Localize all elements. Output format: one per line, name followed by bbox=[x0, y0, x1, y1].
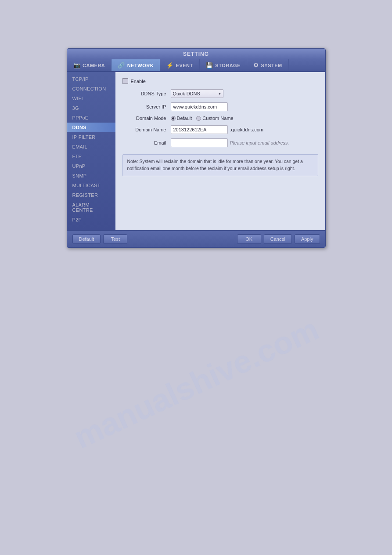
ddns-type-select-wrapper: Quick DDNS bbox=[171, 89, 223, 98]
ddns-type-row: DDNS Type Quick DDNS bbox=[122, 89, 318, 98]
sidebar-item-alarm-centre[interactable]: ALARM CENTRE bbox=[67, 200, 115, 215]
enable-checkbox[interactable] bbox=[122, 78, 128, 84]
radio-default-circle[interactable] bbox=[171, 116, 176, 121]
sidebar-item-wifi[interactable]: WIFI bbox=[67, 94, 115, 103]
sidebar-item-email[interactable]: EMAIL bbox=[67, 142, 115, 152]
cancel-button[interactable]: Cancel bbox=[264, 234, 292, 244]
note-box: Note: System will reclaim the domain tha… bbox=[122, 154, 318, 176]
network-tab-icon: 🔗 bbox=[118, 62, 125, 69]
tab-system-label: SYSTEM bbox=[261, 63, 282, 68]
tab-network-label: NETWORK bbox=[127, 63, 154, 68]
radio-default-label: Default bbox=[177, 116, 192, 121]
apply-button[interactable]: Apply bbox=[295, 234, 320, 244]
domain-name-input[interactable] bbox=[171, 125, 228, 134]
content-area: Enable DDNS Type Quick DDNS Server IP Do… bbox=[115, 72, 325, 230]
sidebar-item-pppoe[interactable]: PPPoE bbox=[67, 113, 115, 123]
email-placeholder: Please input email address. bbox=[230, 140, 289, 145]
camera-tab-icon: 📷 bbox=[73, 62, 81, 69]
radio-custom[interactable]: Custom Name bbox=[196, 116, 233, 121]
setting-window: SETTING 📷 CAMERA 🔗 NETWORK ⚡ EVENT 💾 STO… bbox=[67, 48, 326, 248]
tab-storage[interactable]: 💾 STORAGE bbox=[200, 59, 247, 71]
sidebar-item-multicast[interactable]: MULTICAST bbox=[67, 181, 115, 190]
test-button[interactable]: Test bbox=[103, 234, 127, 244]
tab-event[interactable]: ⚡ EVENT bbox=[160, 59, 200, 71]
tab-camera[interactable]: 📷 CAMERA bbox=[67, 59, 112, 71]
sidebar: TCP/IP CONNECTION WIFI 3G PPPoE DDNS IP … bbox=[67, 72, 115, 230]
radio-custom-label: Custom Name bbox=[202, 116, 233, 121]
storage-tab-icon: 💾 bbox=[206, 62, 213, 69]
sidebar-item-register[interactable]: REGISTER bbox=[67, 190, 115, 200]
email-row: Email Please input email address. bbox=[122, 138, 318, 147]
email-label: Email bbox=[122, 140, 166, 145]
sidebar-item-3g[interactable]: 3G bbox=[67, 103, 115, 113]
radio-default[interactable]: Default bbox=[171, 116, 192, 121]
main-content: TCP/IP CONNECTION WIFI 3G PPPoE DDNS IP … bbox=[67, 72, 325, 230]
radio-custom-circle[interactable] bbox=[196, 116, 201, 121]
button-bar: Default Test OK Cancel Apply bbox=[67, 230, 325, 247]
tab-network[interactable]: 🔗 NETWORK bbox=[111, 59, 160, 71]
server-ip-row: Server IP bbox=[122, 102, 318, 111]
event-tab-icon: ⚡ bbox=[166, 62, 174, 69]
enable-label: Enable bbox=[131, 79, 146, 84]
sidebar-item-ddns[interactable]: DDNS bbox=[67, 123, 115, 132]
tab-bar: 📷 CAMERA 🔗 NETWORK ⚡ EVENT 💾 STORAGE ⚙ S… bbox=[67, 59, 325, 72]
enable-row: Enable bbox=[122, 78, 318, 84]
tab-storage-label: STORAGE bbox=[215, 63, 241, 68]
sidebar-item-connection[interactable]: CONNECTION bbox=[67, 84, 115, 94]
domain-mode-radio-group: Default Custom Name bbox=[171, 116, 234, 121]
sidebar-item-tcpip[interactable]: TCP/IP bbox=[67, 74, 115, 84]
server-ip-input[interactable] bbox=[171, 102, 228, 111]
ok-button[interactable]: OK bbox=[237, 234, 261, 244]
default-button[interactable]: Default bbox=[72, 234, 101, 244]
watermark: manualshive.com bbox=[68, 311, 324, 456]
title-label: SETTING bbox=[183, 51, 209, 57]
system-tab-icon: ⚙ bbox=[253, 62, 259, 69]
domain-name-row: Domain Name .quickddns.com bbox=[122, 125, 318, 134]
server-ip-label: Server IP bbox=[122, 104, 166, 109]
domain-mode-row: Domain Mode Default Custom Name bbox=[122, 116, 318, 121]
ddns-type-label: DDNS Type bbox=[122, 91, 166, 96]
email-input[interactable] bbox=[171, 138, 228, 147]
domain-name-label: Domain Name bbox=[122, 127, 166, 132]
sidebar-item-ipfilter[interactable]: IP FILTER bbox=[67, 132, 115, 142]
title-bar: SETTING bbox=[67, 49, 325, 59]
domain-mode-label: Domain Mode bbox=[122, 116, 166, 121]
tab-event-label: EVENT bbox=[176, 63, 193, 68]
sidebar-item-upnp[interactable]: UPnP bbox=[67, 161, 115, 171]
sidebar-item-snmp[interactable]: SNMP bbox=[67, 171, 115, 181]
tab-camera-label: CAMERA bbox=[83, 63, 105, 68]
note-text: Note: System will reclaim the domain tha… bbox=[127, 159, 303, 171]
tab-system[interactable]: ⚙ SYSTEM bbox=[247, 59, 289, 71]
sidebar-item-p2p[interactable]: P2P bbox=[67, 215, 115, 225]
domain-suffix: .quickddns.com bbox=[230, 127, 263, 132]
sidebar-item-ftp[interactable]: FTP bbox=[67, 152, 115, 161]
ddns-type-select[interactable]: Quick DDNS bbox=[171, 89, 223, 98]
